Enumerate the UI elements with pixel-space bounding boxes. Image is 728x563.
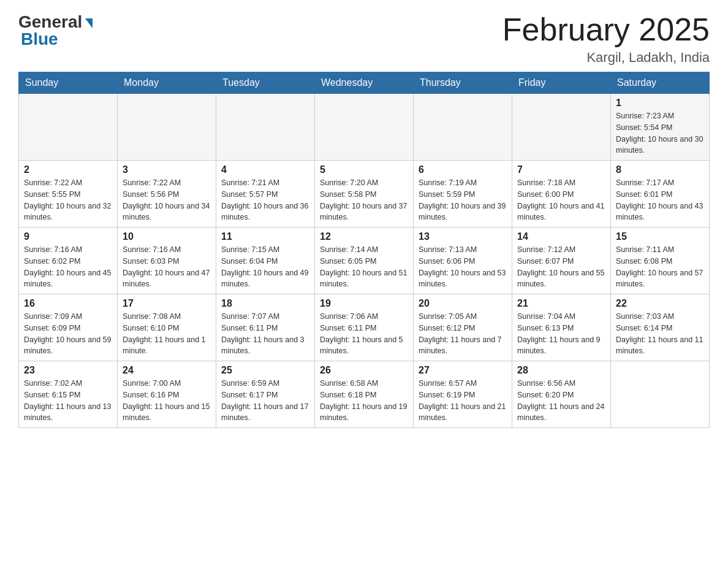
day-info: Sunrise: 7:23 AMSunset: 5:54 PMDaylight:…	[616, 110, 704, 156]
header-thursday: Thursday	[414, 72, 512, 94]
calendar-cell: 9Sunrise: 7:16 AMSunset: 6:02 PMDaylight…	[19, 228, 118, 294]
calendar-cell: 18Sunrise: 7:07 AMSunset: 6:11 PMDayligh…	[216, 294, 315, 361]
calendar-week-2: 2Sunrise: 7:22 AMSunset: 5:55 PMDaylight…	[19, 161, 710, 228]
day-number: 20	[419, 298, 507, 309]
day-number: 11	[221, 231, 309, 242]
calendar-cell: 13Sunrise: 7:13 AMSunset: 6:06 PMDayligh…	[414, 228, 512, 294]
calendar-cell: 16Sunrise: 7:09 AMSunset: 6:09 PMDayligh…	[19, 294, 118, 361]
day-number: 14	[517, 231, 605, 242]
calendar-cell	[512, 94, 611, 161]
day-info: Sunrise: 7:22 AMSunset: 5:56 PMDaylight:…	[123, 177, 211, 223]
day-info: Sunrise: 7:11 AMSunset: 6:08 PMDaylight:…	[616, 244, 704, 290]
day-number: 1	[616, 98, 704, 109]
calendar-cell	[315, 94, 414, 161]
day-info: Sunrise: 7:05 AMSunset: 6:12 PMDaylight:…	[419, 311, 507, 357]
day-info: Sunrise: 7:16 AMSunset: 6:02 PMDaylight:…	[24, 244, 112, 290]
calendar-cell: 17Sunrise: 7:08 AMSunset: 6:10 PMDayligh…	[118, 294, 216, 361]
day-info: Sunrise: 7:03 AMSunset: 6:14 PMDaylight:…	[616, 311, 704, 357]
day-info: Sunrise: 7:00 AMSunset: 6:16 PMDaylight:…	[123, 378, 211, 424]
calendar-cell: 27Sunrise: 6:57 AMSunset: 6:19 PMDayligh…	[414, 361, 512, 428]
calendar-cell	[414, 94, 512, 161]
day-info: Sunrise: 7:09 AMSunset: 6:09 PMDaylight:…	[24, 311, 112, 357]
calendar-cell: 4Sunrise: 7:21 AMSunset: 5:57 PMDaylight…	[216, 161, 315, 228]
calendar-cell	[19, 94, 118, 161]
calendar-body: 1Sunrise: 7:23 AMSunset: 5:54 PMDaylight…	[19, 94, 710, 428]
day-number: 13	[419, 231, 507, 242]
day-info: Sunrise: 7:14 AMSunset: 6:05 PMDaylight:…	[320, 244, 408, 290]
day-info: Sunrise: 7:20 AMSunset: 5:58 PMDaylight:…	[320, 177, 408, 223]
day-info: Sunrise: 7:15 AMSunset: 6:04 PMDaylight:…	[221, 244, 309, 290]
day-info: Sunrise: 6:58 AMSunset: 6:18 PMDaylight:…	[320, 378, 408, 424]
calendar-cell: 12Sunrise: 7:14 AMSunset: 6:05 PMDayligh…	[315, 228, 414, 294]
day-number: 21	[517, 298, 605, 309]
day-info: Sunrise: 7:12 AMSunset: 6:07 PMDaylight:…	[517, 244, 605, 290]
calendar-cell: 25Sunrise: 6:59 AMSunset: 6:17 PMDayligh…	[216, 361, 315, 428]
calendar-cell: 21Sunrise: 7:04 AMSunset: 6:13 PMDayligh…	[512, 294, 611, 361]
header-wednesday: Wednesday	[315, 72, 414, 94]
day-info: Sunrise: 7:21 AMSunset: 5:57 PMDaylight:…	[221, 177, 309, 223]
day-number: 17	[123, 298, 211, 309]
page-title: February 2025	[502, 12, 710, 47]
calendar-cell: 5Sunrise: 7:20 AMSunset: 5:58 PMDaylight…	[315, 161, 414, 228]
day-number: 3	[123, 164, 211, 175]
day-info: Sunrise: 7:06 AMSunset: 6:11 PMDaylight:…	[320, 311, 408, 357]
header-monday: Monday	[118, 72, 216, 94]
calendar-cell: 24Sunrise: 7:00 AMSunset: 6:16 PMDayligh…	[118, 361, 216, 428]
day-info: Sunrise: 7:22 AMSunset: 5:55 PMDaylight:…	[24, 177, 112, 223]
calendar-cell: 10Sunrise: 7:16 AMSunset: 6:03 PMDayligh…	[118, 228, 216, 294]
calendar-header: Sunday Monday Tuesday Wednesday Thursday…	[19, 72, 710, 94]
page-subtitle: Kargil, Ladakh, India	[502, 50, 710, 66]
header-friday: Friday	[512, 72, 611, 94]
day-number: 12	[320, 231, 408, 242]
day-info: Sunrise: 6:56 AMSunset: 6:20 PMDaylight:…	[517, 378, 605, 424]
title-area: February 2025 Kargil, Ladakh, India	[502, 12, 710, 66]
calendar-cell: 7Sunrise: 7:18 AMSunset: 6:00 PMDaylight…	[512, 161, 611, 228]
logo-blue-text: Blue	[21, 29, 58, 49]
calendar-cell: 28Sunrise: 6:56 AMSunset: 6:20 PMDayligh…	[512, 361, 611, 428]
logo: General Blue	[18, 12, 93, 49]
day-number: 7	[517, 164, 605, 175]
day-number: 23	[24, 365, 112, 376]
calendar-cell: 6Sunrise: 7:19 AMSunset: 5:59 PMDaylight…	[414, 161, 512, 228]
day-number: 15	[616, 231, 704, 242]
calendar-cell: 3Sunrise: 7:22 AMSunset: 5:56 PMDaylight…	[118, 161, 216, 228]
calendar-cell: 15Sunrise: 7:11 AMSunset: 6:08 PMDayligh…	[611, 228, 710, 294]
calendar-cell: 22Sunrise: 7:03 AMSunset: 6:14 PMDayligh…	[611, 294, 710, 361]
calendar-week-1: 1Sunrise: 7:23 AMSunset: 5:54 PMDaylight…	[19, 94, 710, 161]
day-number: 27	[419, 365, 507, 376]
calendar-cell: 20Sunrise: 7:05 AMSunset: 6:12 PMDayligh…	[414, 294, 512, 361]
weekday-header-row: Sunday Monday Tuesday Wednesday Thursday…	[19, 72, 710, 94]
header-sunday: Sunday	[19, 72, 118, 94]
header-tuesday: Tuesday	[216, 72, 315, 94]
day-number: 19	[320, 298, 408, 309]
calendar-cell: 23Sunrise: 7:02 AMSunset: 6:15 PMDayligh…	[19, 361, 118, 428]
calendar-week-3: 9Sunrise: 7:16 AMSunset: 6:02 PMDaylight…	[19, 228, 710, 294]
calendar-cell: 8Sunrise: 7:17 AMSunset: 6:01 PMDaylight…	[611, 161, 710, 228]
day-info: Sunrise: 6:57 AMSunset: 6:19 PMDaylight:…	[419, 378, 507, 424]
calendar-cell: 26Sunrise: 6:58 AMSunset: 6:18 PMDayligh…	[315, 361, 414, 428]
day-info: Sunrise: 7:16 AMSunset: 6:03 PMDaylight:…	[123, 244, 211, 290]
day-info: Sunrise: 7:08 AMSunset: 6:10 PMDaylight:…	[123, 311, 211, 357]
calendar-cell: 2Sunrise: 7:22 AMSunset: 5:55 PMDaylight…	[19, 161, 118, 228]
day-number: 9	[24, 231, 112, 242]
day-number: 28	[517, 365, 605, 376]
day-number: 5	[320, 164, 408, 175]
day-number: 8	[616, 164, 704, 175]
calendar-week-4: 16Sunrise: 7:09 AMSunset: 6:09 PMDayligh…	[19, 294, 710, 361]
day-number: 26	[320, 365, 408, 376]
calendar-cell: 14Sunrise: 7:12 AMSunset: 6:07 PMDayligh…	[512, 228, 611, 294]
calendar-cell	[118, 94, 216, 161]
day-number: 6	[419, 164, 507, 175]
day-number: 10	[123, 231, 211, 242]
calendar-cell	[611, 361, 710, 428]
header-saturday: Saturday	[611, 72, 710, 94]
calendar-cell: 11Sunrise: 7:15 AMSunset: 6:04 PMDayligh…	[216, 228, 315, 294]
day-number: 2	[24, 164, 112, 175]
day-info: Sunrise: 7:07 AMSunset: 6:11 PMDaylight:…	[221, 311, 309, 357]
day-number: 25	[221, 365, 309, 376]
day-info: Sunrise: 7:04 AMSunset: 6:13 PMDaylight:…	[517, 311, 605, 357]
day-info: Sunrise: 7:18 AMSunset: 6:00 PMDaylight:…	[517, 177, 605, 223]
day-info: Sunrise: 7:19 AMSunset: 5:59 PMDaylight:…	[419, 177, 507, 223]
calendar-table: Sunday Monday Tuesday Wednesday Thursday…	[18, 72, 710, 428]
day-number: 4	[221, 164, 309, 175]
